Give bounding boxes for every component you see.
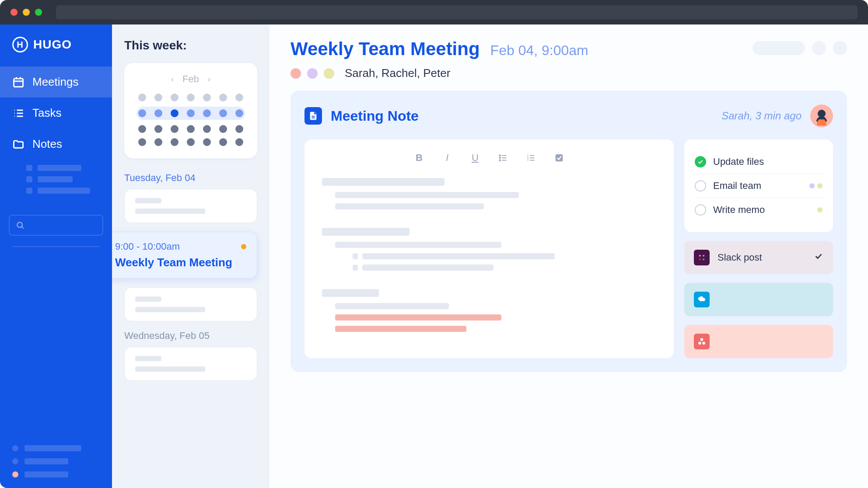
svg-point-27 — [699, 255, 701, 257]
event-card[interactable] — [124, 189, 257, 223]
calendar-day[interactable] — [203, 94, 211, 101]
slack-icon — [694, 250, 710, 265]
calendar-day[interactable] — [235, 94, 243, 101]
attendee-avatar[interactable] — [290, 68, 301, 79]
calendar-day[interactable] — [138, 109, 146, 117]
task-checkbox[interactable] — [695, 180, 706, 192]
event-card-selected[interactable]: 9:00 - 10:00am Weekly Team Meeting — [112, 232, 257, 279]
address-bar[interactable] — [56, 5, 858, 19]
nav-meetings[interactable]: Meetings — [0, 66, 112, 98]
meeting-datetime: Feb 04, 9:00am — [490, 42, 588, 59]
calendar-day[interactable] — [171, 138, 178, 146]
task-item[interactable]: Email team — [695, 174, 822, 198]
header-action-pill[interactable] — [752, 41, 805, 55]
bullet-list-button[interactable] — [497, 152, 509, 164]
search-icon — [16, 221, 24, 230]
attendee-names: Sarah, Rachel, Peter — [345, 66, 450, 80]
attendee-avatar[interactable] — [324, 68, 334, 79]
day-heading: Wednesday, Feb 05 — [124, 330, 257, 342]
calendar-day[interactable] — [203, 109, 211, 117]
calendar-day[interactable] — [203, 125, 211, 133]
check-icon — [814, 251, 823, 264]
mini-calendar: ‹ Feb › — [124, 63, 257, 158]
event-card[interactable] — [124, 287, 257, 321]
svg-point-14 — [499, 155, 500, 156]
user-item[interactable] — [12, 471, 100, 478]
italic-button[interactable]: I — [441, 152, 453, 164]
note-meta: Sarah, 3 min ago — [721, 110, 802, 122]
document-icon — [304, 107, 322, 125]
note-editor[interactable]: B I U 123 — [304, 139, 674, 358]
calendar-day[interactable] — [219, 94, 227, 101]
nav-notes[interactable]: Notes — [0, 129, 112, 160]
integration-label: Slack post — [718, 252, 762, 263]
calendar-day[interactable] — [154, 125, 162, 133]
integration-salesforce[interactable] — [684, 283, 833, 316]
task-item[interactable]: Write memo — [695, 198, 822, 222]
calendar-day[interactable] — [219, 138, 227, 146]
user-item[interactable] — [12, 458, 100, 464]
search-input[interactable] — [9, 215, 103, 236]
svg-point-33 — [702, 342, 705, 344]
svg-point-28 — [703, 255, 704, 257]
user-item[interactable] — [12, 445, 100, 451]
editor-toolbar: B I U 123 — [322, 152, 656, 164]
header-action-button[interactable] — [812, 41, 826, 55]
header-action-button[interactable] — [833, 41, 847, 55]
calendar-month: Feb — [182, 73, 199, 85]
task-label: Email team — [713, 180, 761, 192]
calendar-day[interactable] — [187, 109, 195, 117]
event-card[interactable] — [124, 347, 257, 381]
numbered-list-button[interactable]: 123 — [525, 152, 537, 164]
calendar-day[interactable] — [154, 109, 162, 117]
meeting-title: Weekly Team Meeting — [290, 38, 480, 59]
integration-slack[interactable]: Slack post — [684, 241, 833, 274]
window-titlebar — [0, 0, 868, 24]
day-heading: Tuesday, Feb 04 — [124, 172, 257, 184]
checklist-button[interactable] — [553, 152, 565, 164]
brand-name: HUGO — [33, 38, 72, 52]
task-checkbox-done[interactable] — [695, 156, 706, 167]
calendar-next-button[interactable]: › — [208, 75, 210, 84]
calendar-day[interactable] — [138, 125, 146, 133]
notes-sublist — [0, 160, 112, 204]
calendar-prev-button[interactable]: ‹ — [171, 75, 174, 84]
calendar-day[interactable] — [187, 94, 195, 101]
task-item[interactable]: Update files — [695, 150, 822, 174]
close-window-button[interactable] — [10, 9, 18, 16]
calendar-day[interactable] — [154, 94, 162, 101]
calendar-day-current[interactable] — [171, 109, 178, 117]
calendar-day[interactable] — [138, 94, 146, 101]
maximize-window-button[interactable] — [35, 9, 42, 16]
calendar-day[interactable] — [219, 109, 227, 117]
calendar-day[interactable] — [154, 138, 162, 146]
integration-asana[interactable] — [684, 325, 833, 358]
nav-label: Notes — [32, 137, 62, 151]
minimize-window-button[interactable] — [23, 9, 30, 16]
svg-point-30 — [703, 258, 704, 260]
brand-logo[interactable]: H HUGO — [0, 37, 112, 66]
task-checkbox[interactable] — [695, 204, 706, 216]
calendar-icon — [12, 76, 24, 88]
meeting-note-panel: Meeting Note Sarah, 3 min ago B I U — [290, 91, 847, 372]
author-avatar[interactable] — [810, 105, 833, 127]
assignee-dot — [817, 183, 822, 188]
svg-point-18 — [499, 160, 500, 161]
calendar-day[interactable] — [171, 125, 178, 133]
calendar-day[interactable] — [235, 109, 243, 117]
calendar-day[interactable] — [187, 125, 195, 133]
underline-button[interactable]: U — [469, 152, 481, 164]
sidebar: H HUGO Meetings Tasks — [0, 24, 112, 488]
nav-tasks[interactable]: Tasks — [0, 98, 112, 129]
calendar-day[interactable] — [203, 138, 211, 146]
calendar-day[interactable] — [187, 138, 195, 146]
calendar-day[interactable] — [171, 94, 178, 101]
svg-point-16 — [499, 157, 500, 159]
calendar-day[interactable] — [235, 125, 243, 133]
bold-button[interactable]: B — [413, 152, 425, 164]
calendar-day[interactable] — [235, 138, 243, 146]
attendee-avatar[interactable] — [307, 68, 318, 79]
calendar-day[interactable] — [138, 138, 146, 146]
calendar-day[interactable] — [219, 125, 227, 133]
schedule-panel: This week: ‹ Feb › — [112, 24, 270, 488]
